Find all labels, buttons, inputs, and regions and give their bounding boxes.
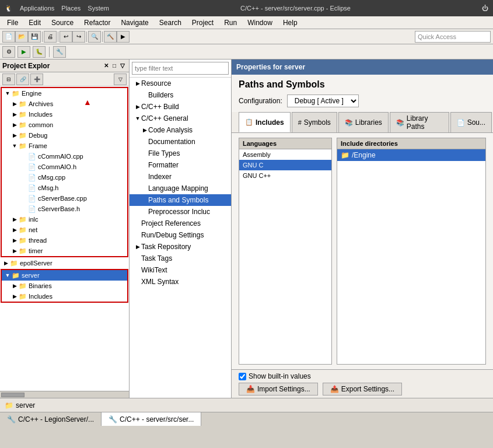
common-toggle[interactable]: ▶	[11, 122, 18, 128]
menu-edit[interactable]: Edit	[24, 18, 46, 28]
prop-codeanalysis[interactable]: ▶ Code Analysis	[130, 124, 231, 136]
includes-toggle[interactable]: ▶	[11, 111, 18, 117]
tb2-run[interactable]: ▶	[18, 46, 30, 58]
prop-ccbuild[interactable]: ▶ C/C++ Build	[130, 101, 231, 113]
resource-toggle[interactable]: ▶	[134, 80, 141, 86]
menu-help[interactable]: Help	[278, 18, 302, 28]
prop-pathssymbols[interactable]: Paths and Symbols	[130, 194, 231, 206]
link-btn[interactable]: 🔗	[16, 74, 29, 85]
debug-toggle[interactable]: ▶	[11, 132, 18, 138]
tb-undo-btn[interactable]: ↩	[60, 31, 72, 43]
menu-run[interactable]: Run	[219, 18, 242, 28]
menu-search[interactable]: Search	[155, 18, 186, 28]
inlc-toggle[interactable]: ▶	[11, 216, 18, 222]
prop-taskrepo[interactable]: ▶ Task Repository	[130, 241, 231, 253]
tb-save-btn[interactable]: 💾	[28, 31, 41, 43]
system-menu[interactable]: System	[88, 5, 109, 12]
horizontal-scrollbar[interactable]	[0, 391, 129, 398]
thread-toggle[interactable]: ▶	[11, 237, 18, 243]
new-btn[interactable]: ➕	[30, 74, 43, 85]
tb2-btn2[interactable]: 🔧	[53, 46, 66, 58]
binaries-toggle[interactable]: ▶	[11, 283, 18, 289]
include-engine[interactable]: 📁 /Engine	[337, 149, 485, 161]
tree-cmsgcpp[interactable]: 📄 cMsg.cpp	[2, 172, 127, 183]
tree-archives[interactable]: ▶ 📁 Archives	[2, 99, 127, 109]
engine-toggle[interactable]: ▼	[4, 90, 11, 96]
server-includes-toggle[interactable]: ▶	[11, 293, 18, 299]
tree-cmsgh[interactable]: 📄 cMsg.h	[2, 183, 127, 193]
tb-build-btn[interactable]: 🔨	[104, 31, 117, 43]
net-toggle[interactable]: ▶	[11, 227, 18, 233]
quick-access-box[interactable]: Quick Access	[415, 31, 491, 43]
tree-server-includes[interactable]: ▶ 📁 Includes	[2, 291, 127, 302]
menu-source[interactable]: Source	[47, 18, 78, 28]
places-menu[interactable]: Places	[61, 5, 81, 12]
tree-inlc[interactable]: ▶ 📁 inlc	[2, 214, 127, 225]
lang-assembly[interactable]: Assembly	[239, 149, 331, 160]
tree-frame[interactable]: ▼ 📁 Frame	[2, 141, 127, 151]
view-menu-btn[interactable]: ▽	[114, 74, 127, 85]
timer-toggle[interactable]: ▶	[11, 248, 18, 254]
prop-ccgeneral[interactable]: ▼ C/C++ General	[130, 113, 231, 124]
tb-redo-btn[interactable]: ↪	[72, 31, 85, 43]
filter-input[interactable]	[132, 62, 229, 75]
tab-symbols[interactable]: # Symbols	[292, 112, 337, 132]
prop-builders[interactable]: Builders	[130, 89, 231, 101]
taskrepo-toggle[interactable]: ▶	[134, 244, 141, 250]
tree-cserverbasecpp[interactable]: 📄 cServerBase.cpp	[2, 193, 127, 204]
tab-libraries[interactable]: 📚 Libraries	[338, 112, 389, 132]
epollserver-toggle[interactable]: ▶	[2, 260, 9, 266]
tree-engine[interactable]: ▼ 📁 Engine	[2, 88, 127, 99]
menu-project[interactable]: Project	[187, 18, 218, 28]
tree-debug[interactable]: ▶ 📁 Debug	[2, 130, 127, 141]
ccbuild-toggle[interactable]: ▶	[134, 104, 141, 110]
minimize-btn[interactable]: ✕	[102, 62, 110, 70]
prop-projrefs[interactable]: Project References	[130, 218, 231, 229]
scrollbar-thumb[interactable]	[1, 393, 25, 397]
server-toggle[interactable]: ▼	[4, 272, 11, 278]
prop-resource[interactable]: ▶ Resource	[130, 78, 231, 89]
export-settings-button[interactable]: 📤 Export Settings...	[323, 383, 402, 396]
menu-navigate[interactable]: Navigate	[116, 18, 153, 28]
tab-librarypaths[interactable]: 📚 Library Paths	[390, 112, 449, 132]
prop-tasktags[interactable]: Task Tags	[130, 253, 231, 264]
tb-search-btn[interactable]: 🔍	[88, 31, 101, 43]
collapse-all-btn[interactable]: ⊟	[2, 74, 15, 85]
tree-thread[interactable]: ▶ 📁 thread	[2, 235, 127, 246]
tree-ccommaioh[interactable]: 📄 cCommAIO.h	[2, 162, 127, 172]
tree-common[interactable]: ▶ 📁 common	[2, 120, 127, 130]
lang-gnucpp[interactable]: GNU C++	[239, 170, 331, 181]
menu-btn[interactable]: ▽	[118, 62, 127, 70]
maximize-btn[interactable]: □	[110, 62, 118, 70]
tb2-btn1[interactable]: ⚙	[2, 46, 15, 58]
menu-window[interactable]: Window	[243, 18, 277, 28]
prop-wikitext[interactable]: WikiText	[130, 264, 231, 276]
archives-toggle[interactable]: ▶	[11, 101, 18, 107]
bottom-tab-server[interactable]: 🔧 C/C++ - server/src/ser...	[102, 412, 201, 426]
tree-timer[interactable]: ▶ 📁 timer	[2, 246, 127, 256]
tb-new-btn[interactable]: 📄	[2, 31, 15, 43]
prop-rundebug[interactable]: Run/Debug Settings	[130, 229, 231, 241]
tree-includes[interactable]: ▶ 📁 Includes	[2, 109, 127, 120]
lang-gnuc[interactable]: GNU C	[239, 160, 331, 170]
applications-menu[interactable]: Applications	[20, 5, 54, 12]
tb-open-btn[interactable]: 📂	[15, 31, 28, 43]
prop-filetypes[interactable]: File Types	[130, 148, 231, 159]
prop-langmapping[interactable]: Language Mapping	[130, 183, 231, 194]
tree-binaries[interactable]: ▶ 📁 Binaries	[2, 281, 127, 291]
tb-run-btn[interactable]: ▶	[117, 31, 130, 43]
tab-source[interactable]: 📄 Sou...	[450, 112, 492, 132]
prop-documentation[interactable]: Documentation	[130, 136, 231, 148]
ccgeneral-toggle[interactable]: ▼	[134, 116, 141, 121]
tab-includes[interactable]: 📋 Includes	[239, 112, 291, 132]
menu-refactor[interactable]: Refactor	[79, 18, 115, 28]
prop-xmlsyntax[interactable]: XML Syntax	[130, 276, 231, 288]
config-dropdown[interactable]: Debug [ Active ]	[287, 94, 359, 107]
tree-ccommaiocpp[interactable]: 📄 cCommAIO.cpp	[2, 151, 127, 162]
tb-print-btn[interactable]: 🖨	[44, 31, 57, 43]
frame-toggle[interactable]: ▼	[11, 143, 18, 149]
prop-formatter[interactable]: Formatter	[130, 159, 231, 171]
bottom-tab-legionserver[interactable]: 🔧 C/C++ - LegionServer/...	[0, 412, 102, 426]
tb2-debug[interactable]: 🐛	[33, 46, 46, 58]
tree-epollserver[interactable]: ▶ 📁 epollServer	[0, 258, 129, 268]
